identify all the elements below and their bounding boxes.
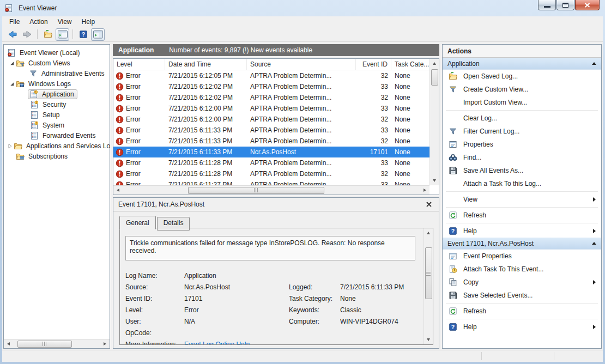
- action-properties[interactable]: Properties: [443, 138, 601, 151]
- tree-item-event-viewer-local[interactable]: Event Viewer (Local): [4, 47, 110, 58]
- event-log-online-help-link[interactable]: Event Log Online Help: [184, 341, 250, 345]
- action-event-help-submenu[interactable]: Help: [443, 320, 601, 333]
- action-find[interactable]: Find...: [443, 151, 601, 164]
- event-row[interactable]: Error 7/21/2015 6:12:02 PM APTRA Problem…: [113, 92, 429, 103]
- event-row[interactable]: Error 7/21/2015 6:12:05 PM APTRA Problem…: [113, 70, 429, 81]
- action-event-refresh[interactable]: Refresh: [443, 305, 601, 318]
- action-copy-submenu[interactable]: Copy: [443, 276, 601, 289]
- scroll-up-button[interactable]: [430, 59, 439, 68]
- help-icon: [448, 323, 458, 331]
- tree-item-custom-views[interactable]: Custom Views: [4, 58, 110, 68]
- action-attach-task-to-event[interactable]: Attach Task To This Event...: [443, 263, 601, 276]
- action-pane-toggle-button[interactable]: [91, 28, 105, 41]
- computer-value: WIN-VIP14DGR074: [340, 316, 415, 327]
- column-level[interactable]: Level: [113, 59, 165, 70]
- event-row-selected[interactable]: Error 7/21/2015 6:11:33 PM Ncr.As.PosHos…: [113, 147, 429, 157]
- more-info-label: More Information:: [125, 338, 184, 345]
- help-button[interactable]: [76, 28, 90, 41]
- column-task-category[interactable]: Task Cate...: [391, 59, 429, 70]
- event-fields: Log Name: Application Source: Ncr.As.Pos…: [125, 270, 415, 345]
- tab-general[interactable]: General: [119, 216, 156, 229]
- scrollbar-thumb[interactable]: [425, 247, 432, 299]
- tree-item-applications-services-logs[interactable]: Applications and Services Lo: [4, 141, 110, 151]
- tree-item-subscriptions[interactable]: Subscriptions: [4, 151, 110, 161]
- list-vertical-scrollbar[interactable]: [429, 59, 439, 185]
- back-button[interactable]: [5, 28, 19, 41]
- folder-filter-icon: [16, 59, 25, 68]
- event-row[interactable]: Error 7/21/2015 6:11:28 PM APTRA Problem…: [113, 157, 429, 168]
- event-row[interactable]: Error 7/21/2015 6:11:33 PM APTRA Problem…: [113, 136, 429, 147]
- action-clear-log[interactable]: Clear Log...: [443, 112, 601, 125]
- submenu-arrow-icon: [593, 229, 596, 233]
- maximize-button[interactable]: [556, 0, 574, 10]
- tree-item-administrative-events[interactable]: Administrative Events: [4, 68, 110, 78]
- menu-view[interactable]: View: [53, 17, 77, 27]
- computer-label: Computer:: [289, 316, 340, 327]
- menu-action[interactable]: Action: [25, 17, 52, 27]
- menu-help[interactable]: Help: [77, 17, 100, 27]
- event-row[interactable]: Error 7/21/2015 6:11:27 PM APTRA Problem…: [113, 179, 429, 185]
- detail-vertical-scrollbar[interactable]: [424, 228, 433, 344]
- action-filter-current-log[interactable]: Filter Current Log...: [443, 125, 601, 138]
- error-icon: [116, 83, 124, 91]
- scroll-down-button[interactable]: [424, 335, 433, 344]
- scroll-down-button[interactable]: [430, 176, 439, 185]
- toolbar-separator: [72, 29, 73, 39]
- column-event-id[interactable]: Event ID: [356, 59, 391, 70]
- event-row[interactable]: Error 7/21/2015 6:11:33 PM APTRA Problem…: [113, 125, 429, 136]
- log-name-title: Application: [118, 46, 154, 54]
- action-create-custom-view[interactable]: Create Custom View...: [443, 83, 601, 96]
- forward-icon: [22, 29, 33, 40]
- tree-item-security[interactable]: Security: [4, 99, 110, 110]
- action-save-all-events-as[interactable]: Save All Events As...: [443, 164, 601, 177]
- list-horizontal-scrollbar[interactable]: [113, 185, 429, 195]
- action-open-saved-log[interactable]: Open Saved Log...: [443, 70, 601, 83]
- action-import-custom-view[interactable]: Import Custom View...: [443, 96, 601, 109]
- tree-item-forwarded-events[interactable]: Forwarded Events: [4, 130, 110, 141]
- scroll-left-button[interactable]: [4, 339, 13, 349]
- event-row[interactable]: Error 7/21/2015 6:11:28 PM APTRA Problem…: [113, 168, 429, 179]
- actions-section-application[interactable]: Application: [443, 58, 601, 70]
- create-filter-icon: [448, 85, 458, 94]
- open-saved-log-button[interactable]: [41, 28, 55, 41]
- event-description[interactable]: Trickle communications failed for messag…: [125, 236, 415, 260]
- action-attach-task-to-log[interactable]: Attach a Task To this Log...: [443, 177, 601, 190]
- actions-section-event[interactable]: Event 17101, Ncr.As.PosHost: [443, 238, 601, 250]
- close-button[interactable]: [575, 0, 600, 10]
- console-tree-toggle-button[interactable]: [56, 28, 69, 41]
- scroll-up-button[interactable]: [424, 228, 433, 238]
- expander-expanded-icon[interactable]: [8, 60, 16, 66]
- column-datetime[interactable]: Date and Time: [165, 59, 247, 70]
- tree-item-setup[interactable]: Setup: [4, 110, 110, 120]
- expander-collapsed-icon[interactable]: [6, 143, 14, 149]
- action-save-selected-events[interactable]: Save Selected Events...: [443, 289, 601, 302]
- event-row[interactable]: Error 7/21/2015 6:12:00 PM APTRA Problem…: [113, 114, 429, 125]
- action-event-properties[interactable]: Event Properties: [443, 250, 601, 263]
- expander-expanded-icon[interactable]: [8, 81, 16, 87]
- scrollbar-thumb[interactable]: [431, 69, 438, 86]
- tree-horizontal-scrollbar[interactable]: [4, 339, 110, 348]
- tree-item-windows-logs[interactable]: Windows Logs: [4, 78, 110, 89]
- scroll-left-button[interactable]: [113, 186, 123, 195]
- event-row[interactable]: Error 7/21/2015 6:12:00 PM APTRA Problem…: [113, 103, 429, 114]
- minimize-button[interactable]: [538, 0, 556, 10]
- action-help-submenu[interactable]: Help: [443, 225, 601, 238]
- column-source[interactable]: Source: [247, 59, 356, 70]
- action-view-submenu[interactable]: View: [443, 193, 601, 206]
- scrollbar-thumb[interactable]: [17, 341, 72, 348]
- tree-item-application[interactable]: Application: [4, 89, 110, 99]
- title-bar[interactable]: Event Viewer: [0, 0, 605, 16]
- preview-close-button[interactable]: [424, 199, 434, 209]
- properties-icon: [448, 252, 458, 260]
- menu-file[interactable]: File: [4, 17, 25, 27]
- action-refresh[interactable]: Refresh: [443, 209, 601, 222]
- forward-button[interactable]: [20, 28, 34, 41]
- scroll-right-button[interactable]: [100, 339, 110, 349]
- actions-separator: [446, 110, 598, 111]
- event-id-label: Event ID:: [125, 293, 184, 304]
- tree-item-system[interactable]: System: [4, 120, 110, 130]
- scroll-right-button[interactable]: [420, 186, 429, 195]
- event-row[interactable]: Error 7/21/2015 6:12:02 PM APTRA Problem…: [113, 81, 429, 92]
- tab-details[interactable]: Details: [157, 217, 190, 230]
- scrollbar-thumb[interactable]: [188, 187, 324, 194]
